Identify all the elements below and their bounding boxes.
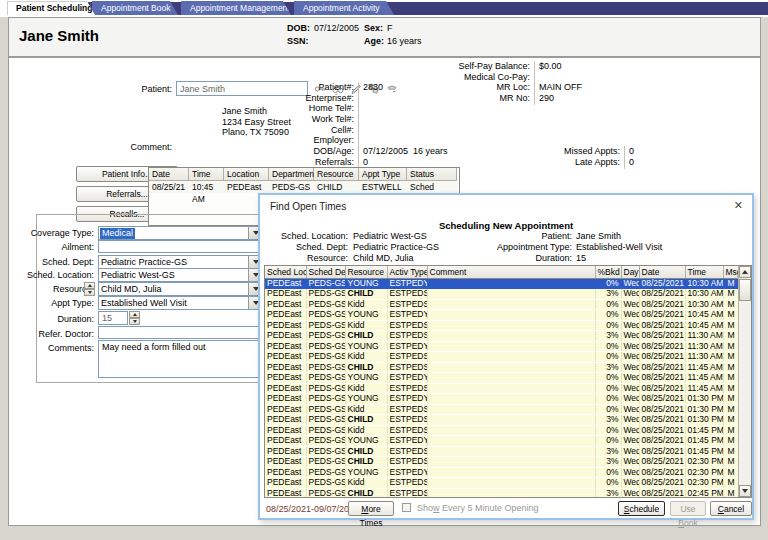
open-slot-row[interactable]: PEDEastPEDS-GSCHILDESTPEDS3%Wed08/25/202… <box>265 446 739 457</box>
dialog-info-label: Patient: <box>410 231 572 242</box>
cell: PEDEast <box>224 181 269 193</box>
scroll-up-icon[interactable] <box>739 266 751 278</box>
cell: CHILD <box>345 331 387 342</box>
dialog-info-label: Sched. Location: <box>268 231 348 242</box>
cell: CHILD <box>345 289 387 300</box>
ailment-input[interactable] <box>98 240 264 253</box>
field-value: 07/12/2005 16 years <box>363 146 448 157</box>
column-header[interactable]: Resource <box>345 266 387 278</box>
open-slot-row[interactable]: PEDEastPEDS-GSKiddESTPEDS0%Wed08/25/2021… <box>265 299 739 310</box>
dialog-info-label: Duration: <box>410 253 572 264</box>
stepper-down-icon[interactable] <box>84 289 95 296</box>
open-slot-row[interactable]: PEDEastPEDS-GSKiddESTPEDS0%Wed08/25/2021… <box>265 404 739 415</box>
cell: PEDEast <box>265 352 306 363</box>
cell: CHILD <box>345 488 387 498</box>
scrollbar[interactable] <box>738 266 751 497</box>
cell: ESTPEDS <box>387 425 427 436</box>
open-slot-row[interactable]: PEDEastPEDS-GSYOUNGESTPEDY0%Wed08/25/202… <box>265 341 739 352</box>
open-slot-row[interactable]: PEDEastPEDS-GSYOUNGESTPEDY0%Wed08/25/202… <box>265 373 739 384</box>
resource-select[interactable]: Child MD, Julia <box>98 282 264 296</box>
open-slot-row[interactable]: PEDEastPEDS-GSKiddESTPEDS0%Wed08/25/2021… <box>265 352 739 363</box>
sched-location-select[interactable]: Pediatric West-GS <box>98 268 264 282</box>
open-slot-row[interactable]: PEDEastPEDS-GSYOUNGESTPEDY0%Wed08/25/202… <box>265 436 739 447</box>
cell: 11:30 AM <box>685 331 723 342</box>
column-header[interactable]: Comment <box>427 266 595 278</box>
open-slot-row[interactable]: PEDEastPEDS-GSCHILDESTPEDS3%Wed08/25/202… <box>265 457 739 468</box>
schedule-button[interactable]: Schedule <box>618 501 665 516</box>
column-header[interactable]: Sched Loc <box>265 266 306 278</box>
column-header[interactable]: Time <box>685 266 723 278</box>
cell: 02:30 PM <box>685 478 723 489</box>
column-header[interactable]: Sched Dept <box>306 266 345 278</box>
open-slot-row[interactable]: PEDEastPEDS-GSYOUNGESTPEDY0%Wed08/25/202… <box>265 467 739 478</box>
appt-type-select[interactable]: Established Well Visit <box>98 296 264 310</box>
column-header: Location <box>224 168 269 181</box>
tab-appointment-book[interactable]: Appointment Book <box>92 1 178 15</box>
open-slot-row[interactable]: PEDEastPEDS-GSCHILDESTPEDS3%Wed08/25/202… <box>265 331 739 342</box>
cell: ESTPEDS <box>387 362 427 373</box>
tab-patient-scheduling[interactable]: Patient Scheduling <box>7 1 95 15</box>
appointment-row[interactable]: 08/25/2110:45 AMPEDEastPEDS-GSCHILDESTWE… <box>149 181 459 193</box>
cell: M <box>723 331 739 342</box>
sched-dept-select[interactable]: Pediatric Practice-GS <box>98 255 264 269</box>
cell: 08/25/2021 <box>639 394 685 405</box>
more-times-button[interactable]: More Times <box>348 501 394 516</box>
open-slot-row[interactable]: PEDEastPEDS-GSCHILDESTPEDS3%Wed08/25/202… <box>265 362 739 373</box>
open-slot-row[interactable]: PEDEastPEDS-GSYOUNGESTPEDY0%Wed08/25/202… <box>265 394 739 405</box>
field-value <box>363 93 448 104</box>
cell: M <box>723 373 739 384</box>
open-slot-row[interactable]: PEDEastPEDS-GSKiddESTPEDS0%Wed08/25/2021… <box>265 383 739 394</box>
column-header[interactable]: Msg <box>723 266 739 278</box>
cell: PEDEast <box>265 320 306 331</box>
cell: 0% <box>595 467 621 478</box>
duration-input[interactable] <box>98 311 128 325</box>
comments-textarea[interactable]: May need a form filled out <box>98 340 264 378</box>
dialog-info-label: Appointment Type: <box>410 242 572 253</box>
cell: PEDS-GS <box>306 467 345 478</box>
cell: M <box>723 457 739 468</box>
cell: YOUNG <box>345 341 387 352</box>
cancel-button[interactable]: Cancel <box>710 501 752 516</box>
cell: Wed <box>621 436 639 447</box>
cell: 08/25/2021 <box>639 278 685 289</box>
cell: Wed <box>621 373 639 384</box>
scrollbar-thumb[interactable] <box>739 279 751 301</box>
close-icon[interactable]: ✕ <box>734 199 743 212</box>
open-slot-row[interactable]: PEDEastPEDS-GSYOUNGESTPEDY0%Wed08/25/202… <box>265 310 739 321</box>
open-slot-row[interactable]: PEDEastPEDS-GSCHILDESTPEDS3%Wed08/25/202… <box>265 415 739 426</box>
cell: 08/25/2021 <box>639 362 685 373</box>
open-slot-row[interactable]: PEDEastPEDS-GSKiddESTPEDS0%Wed08/25/2021… <box>265 320 739 331</box>
cell: M <box>723 289 739 300</box>
field-value: MAIN OFF <box>539 82 582 93</box>
refer-doctor-input[interactable] <box>98 326 264 339</box>
tab-appointment-management[interactable]: Appointment Management <box>181 1 291 15</box>
coverage-type-select[interactable]: Medical <box>98 226 264 240</box>
stepper-down-icon[interactable] <box>129 318 140 325</box>
column-header[interactable]: %Bkd <box>595 266 621 278</box>
cell: PEDS-GS <box>306 289 345 300</box>
cell: PEDEast <box>265 446 306 457</box>
stepper-up-icon[interactable] <box>84 282 95 289</box>
cell: YOUNG <box>345 310 387 321</box>
column-header[interactable]: Activ Type <box>387 266 427 278</box>
cell: 01:45 PM <box>685 436 723 447</box>
column-header[interactable]: Day <box>621 266 639 278</box>
open-slot-row[interactable]: PEDEastPEDS-GSYOUNGESTPEDY0%Wed08/25/202… <box>265 278 739 289</box>
column-header[interactable]: Date <box>639 266 685 278</box>
cell: PEDS-GS <box>306 310 345 321</box>
duration-stepper <box>129 311 140 325</box>
cell: Wed <box>621 394 639 405</box>
appt-type-value: Established Well Visit <box>101 298 247 309</box>
stepper-up-icon[interactable] <box>129 311 140 318</box>
open-slot-row[interactable]: PEDEastPEDS-GSKiddESTPEDS0%Wed08/25/2021… <box>265 478 739 489</box>
open-slot-row[interactable]: PEDEastPEDS-GSCHILDESTPEDS3%Wed08/25/202… <box>265 488 739 498</box>
tab-appointment-activity[interactable]: Appointment Activity <box>294 1 394 15</box>
scroll-down-icon[interactable] <box>739 485 751 497</box>
appt-counter-values: 00 <box>629 146 634 167</box>
open-slot-row[interactable]: PEDEastPEDS-GSKiddESTPEDS0%Wed08/25/2021… <box>265 425 739 436</box>
cell: PEDS-GS <box>306 341 345 352</box>
open-slot-row[interactable]: PEDEastPEDS-GSCHILDESTPEDS3%Wed08/25/202… <box>265 289 739 300</box>
cell: 08/25/2021 <box>639 331 685 342</box>
cell: ESTPEDS <box>387 320 427 331</box>
cell: PEDEast <box>265 341 306 352</box>
